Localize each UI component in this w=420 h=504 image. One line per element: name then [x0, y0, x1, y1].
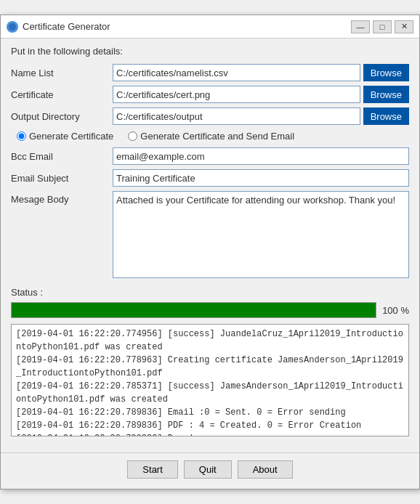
- footer: Start Quit About: [1, 452, 419, 489]
- radio-row: Generate Certificate Generate Certificat…: [11, 131, 409, 142]
- quit-button[interactable]: Quit: [184, 460, 232, 479]
- form-subtitle: Put in the following details:: [11, 46, 409, 57]
- log-line: [2019-04-01 16:22:20.789836] PDF : 4 = C…: [16, 419, 404, 432]
- about-button[interactable]: About: [238, 460, 293, 479]
- email-subject-row: Email Subject: [11, 169, 409, 187]
- certificate-label: Certificate: [11, 89, 113, 100]
- progress-bar-fill: [12, 303, 376, 317]
- window-controls: — □ ✕: [351, 20, 413, 33]
- log-box[interactable]: [2019-04-01 16:22:20.774956] [success] J…: [11, 324, 409, 436]
- bcc-email-input[interactable]: [113, 147, 409, 165]
- radio-generate-email-input[interactable]: [128, 131, 137, 141]
- email-subject-input[interactable]: [113, 169, 409, 187]
- output-dir-input[interactable]: [113, 107, 360, 125]
- log-line: [2019-04-01 16:22:20.774956] [success] J…: [16, 328, 404, 354]
- progress-percent: 100 %: [382, 305, 409, 316]
- svg-point-0: [9, 23, 16, 31]
- output-dir-browse-button[interactable]: Browse: [363, 107, 409, 125]
- bcc-email-row: Bcc Email: [11, 147, 409, 165]
- log-line: [2019-04-01 16:22:20.790332] Done!: [16, 432, 404, 436]
- log-line: [2019-04-01 16:22:20.778963] Creating ce…: [16, 354, 404, 380]
- name-list-row: Name List Browse: [11, 64, 409, 81]
- bcc-email-label: Bcc Email: [11, 151, 113, 162]
- radio-generate-label: Generate Certificate: [29, 131, 113, 142]
- certificate-input[interactable]: [113, 86, 360, 103]
- window-title: Certificate Generator: [23, 21, 351, 32]
- name-list-browse-button[interactable]: Browse: [363, 64, 409, 81]
- status-section: Status : 100 % [2019-04-01 16:22:20.7749…: [11, 287, 409, 436]
- certificate-browse-button[interactable]: Browse: [363, 86, 409, 103]
- minimize-button[interactable]: —: [351, 20, 370, 33]
- email-subject-label: Email Subject: [11, 173, 113, 184]
- status-label: Status :: [11, 287, 43, 298]
- status-row: Status :: [11, 287, 409, 298]
- log-line: [2019-04-01 16:22:20.789836] Email :0 = …: [16, 406, 404, 419]
- log-line: [2019-04-01 16:22:20.785371] [success] J…: [16, 380, 404, 406]
- titlebar: Certificate Generator — □ ✕: [1, 15, 419, 38]
- name-list-label: Name List: [11, 68, 113, 78]
- content-area: Put in the following details: Name List …: [1, 38, 419, 447]
- name-list-input[interactable]: [113, 64, 360, 81]
- radio-generate-email[interactable]: Generate Certificate and Send Email: [128, 131, 294, 142]
- message-body-row: Mesage Body: [11, 191, 409, 278]
- maximize-button[interactable]: □: [373, 20, 392, 33]
- start-button[interactable]: Start: [127, 460, 177, 479]
- main-window: Certificate Generator — □ ✕ Put in the f…: [0, 15, 420, 489]
- radio-generate-email-label: Generate Certificate and Send Email: [140, 131, 294, 142]
- message-body-textarea[interactable]: [113, 191, 409, 278]
- certificate-row: Certificate Browse: [11, 86, 409, 103]
- radio-generate-certificate[interactable]: Generate Certificate: [17, 131, 113, 142]
- app-icon: [7, 21, 18, 33]
- progress-bar-background: [11, 302, 376, 318]
- output-dir-row: Output Directory Browse: [11, 107, 409, 125]
- output-dir-label: Output Directory: [11, 111, 113, 122]
- radio-generate-input[interactable]: [17, 131, 26, 141]
- message-body-label: Mesage Body: [11, 191, 113, 205]
- progress-container: 100 %: [11, 302, 409, 318]
- close-button[interactable]: ✕: [395, 20, 413, 33]
